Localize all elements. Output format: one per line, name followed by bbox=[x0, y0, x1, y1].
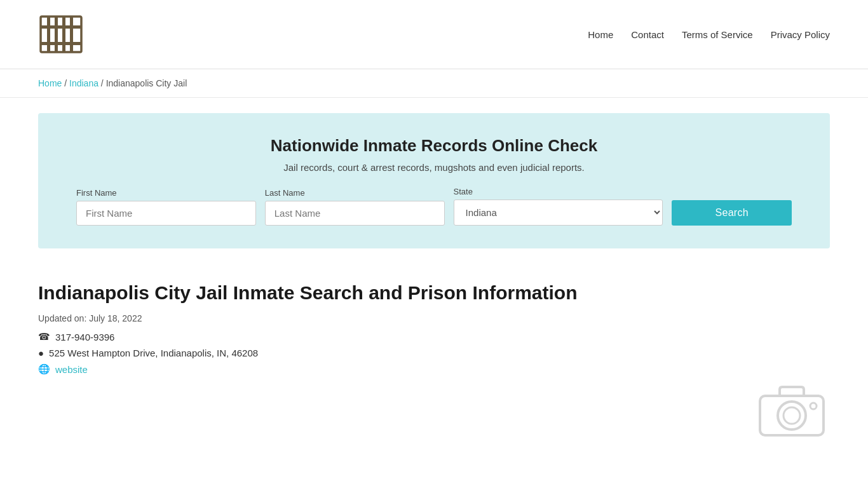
camera-icon bbox=[757, 382, 827, 439]
nav-home[interactable]: Home bbox=[588, 29, 613, 40]
search-banner: Nationwide Inmate Records Online Check J… bbox=[38, 113, 830, 248]
search-banner-subtitle: Jail records, court & arrest records, mu… bbox=[76, 162, 792, 173]
first-name-label: First Name bbox=[76, 188, 256, 198]
nav-terms[interactable]: Terms of Service bbox=[682, 29, 753, 40]
breadcrumb-separator-2: / bbox=[101, 78, 106, 88]
last-name-input[interactable] bbox=[265, 201, 445, 226]
nav-contact[interactable]: Contact bbox=[631, 29, 664, 40]
svg-rect-3 bbox=[62, 17, 65, 52]
logo bbox=[38, 11, 84, 57]
updated-date: Updated on: July 18, 2022 bbox=[38, 313, 830, 323]
svg-point-10 bbox=[810, 403, 817, 409]
globe-icon: 🌐 bbox=[38, 363, 50, 375]
address-text: 525 West Hampton Drive, Indianapolis, IN… bbox=[49, 348, 258, 358]
last-name-group: Last Name bbox=[265, 188, 445, 226]
phone-icon: ☎ bbox=[38, 331, 50, 342]
address-row: ● 525 West Hampton Drive, Indianapolis, … bbox=[38, 348, 830, 358]
breadcrumb-home[interactable]: Home bbox=[38, 78, 62, 88]
camera-placeholder bbox=[754, 379, 830, 442]
search-button[interactable]: Search bbox=[672, 200, 792, 226]
svg-rect-4 bbox=[70, 17, 73, 52]
state-label: State bbox=[454, 187, 663, 196]
main-content: Indianapolis City Jail Inmate Search and… bbox=[0, 264, 868, 398]
breadcrumb-separator-1: / bbox=[64, 78, 69, 88]
nav-privacy[interactable]: Privacy Policy bbox=[771, 29, 830, 40]
search-form: First Name Last Name State Indiana Alaba… bbox=[76, 187, 792, 226]
svg-rect-0 bbox=[41, 17, 81, 52]
svg-point-8 bbox=[778, 402, 806, 430]
image-placeholder-section bbox=[0, 379, 868, 455]
svg-rect-5 bbox=[41, 25, 81, 29]
search-banner-title: Nationwide Inmate Records Online Check bbox=[76, 136, 792, 156]
breadcrumb-current: Indianapolis City Jail bbox=[106, 78, 187, 88]
last-name-label: Last Name bbox=[265, 188, 445, 198]
breadcrumb-state[interactable]: Indiana bbox=[69, 78, 98, 88]
svg-point-9 bbox=[783, 407, 800, 424]
search-button-wrap: Search bbox=[672, 200, 792, 226]
location-icon: ● bbox=[38, 348, 44, 358]
page-title: Indianapolis City Jail Inmate Search and… bbox=[38, 281, 830, 304]
logo-icon bbox=[38, 11, 84, 57]
svg-rect-2 bbox=[55, 17, 58, 52]
phone-row: ☎ 317-940-9396 bbox=[38, 331, 830, 342]
svg-rect-1 bbox=[47, 17, 50, 52]
main-nav: Home Contact Terms of Service Privacy Po… bbox=[588, 29, 830, 40]
phone-number: 317-940-9396 bbox=[55, 332, 114, 342]
svg-rect-6 bbox=[41, 42, 81, 45]
first-name-group: First Name bbox=[76, 188, 256, 226]
website-row: 🌐 website bbox=[38, 363, 830, 375]
website-link[interactable]: website bbox=[55, 364, 88, 375]
site-header: Home Contact Terms of Service Privacy Po… bbox=[0, 0, 868, 69]
state-group: State Indiana Alabama Alaska Arizona Cal… bbox=[454, 187, 663, 226]
breadcrumb: Home / Indiana / Indianapolis City Jail bbox=[0, 69, 868, 98]
first-name-input[interactable] bbox=[76, 201, 256, 226]
state-select[interactable]: Indiana Alabama Alaska Arizona Californi… bbox=[454, 200, 663, 226]
